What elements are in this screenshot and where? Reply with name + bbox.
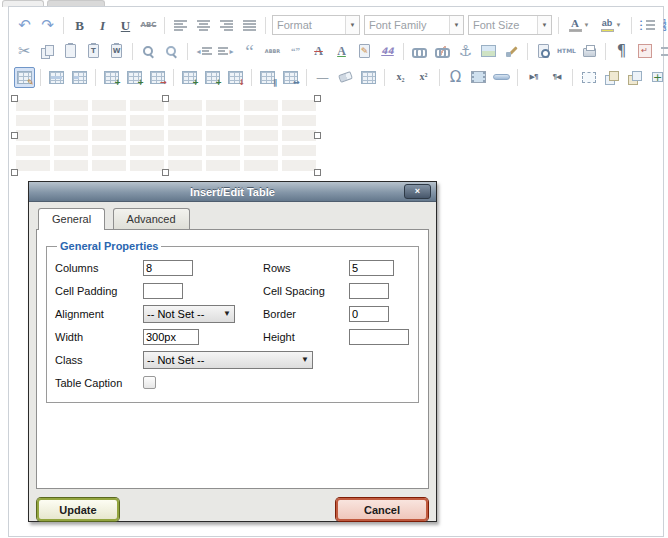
citation-button[interactable]: “”: [285, 41, 306, 62]
selection-handle[interactable]: [314, 95, 321, 102]
font-family-select[interactable]: Font Family▼: [364, 15, 464, 35]
table-cell[interactable]: [282, 145, 316, 156]
table-cell[interactable]: [206, 100, 240, 111]
table-cell[interactable]: [282, 115, 316, 126]
close-button[interactable]: ×: [404, 184, 431, 199]
table-cell[interactable]: [168, 145, 202, 156]
redo-button[interactable]: ↷: [37, 15, 58, 36]
update-button[interactable]: Update: [37, 498, 119, 521]
class-select[interactable]: -- Not Set -- ▼: [143, 351, 313, 369]
table-cell[interactable]: [244, 160, 278, 171]
preview-button[interactable]: [533, 41, 554, 62]
remove-formatting-button[interactable]: [335, 67, 356, 88]
superscript-button[interactable]: x²: [413, 67, 434, 88]
edit-html-button[interactable]: HTML: [556, 41, 577, 62]
table-cell[interactable]: [206, 130, 240, 141]
align-justify-button[interactable]: [239, 15, 260, 36]
copy-button[interactable]: [37, 41, 58, 62]
table-cell[interactable]: [54, 130, 88, 141]
page-break-button[interactable]: [657, 41, 668, 62]
format-select[interactable]: Format▼: [272, 15, 360, 35]
dialog-titlebar[interactable]: Insert/Edit Table ×: [29, 182, 436, 202]
insert-row-before-button[interactable]: +: [101, 67, 122, 88]
cell-padding-input[interactable]: [143, 283, 183, 299]
table-cell[interactable]: [92, 115, 126, 126]
tab-advanced[interactable]: Advanced: [113, 208, 190, 229]
move-backward-button[interactable]: [624, 67, 645, 88]
outdent-button[interactable]: ◂: [193, 41, 214, 62]
absolute-position-button[interactable]: [578, 67, 599, 88]
insert-table-button[interactable]: ✎: [14, 67, 35, 88]
align-right-button[interactable]: [216, 15, 237, 36]
insert-media-button[interactable]: [468, 67, 489, 88]
right-to-left-button[interactable]: ¶◀: [546, 67, 567, 88]
rows-input[interactable]: [349, 260, 394, 276]
highlight-color-button[interactable]: ab▼: [596, 15, 626, 36]
table-cell[interactable]: [168, 130, 202, 141]
subscript-button[interactable]: x₂: [390, 67, 411, 88]
table-cell[interactable]: [16, 100, 50, 111]
table-cell[interactable]: [92, 100, 126, 111]
anchor-button[interactable]: ⚓: [455, 41, 476, 62]
move-forward-button[interactable]: [601, 67, 622, 88]
tab-general[interactable]: General: [38, 208, 105, 230]
selection-handle[interactable]: [314, 132, 321, 139]
cleanup-button[interactable]: [501, 41, 522, 62]
table-cell[interactable]: [206, 115, 240, 126]
merge-cells-button[interactable]: ↔: [280, 67, 301, 88]
table-cell[interactable]: [16, 130, 50, 141]
selection-handle[interactable]: [162, 169, 169, 176]
visual-aid-button[interactable]: [358, 67, 379, 88]
italic-button[interactable]: I: [92, 15, 113, 36]
abbreviation-button[interactable]: ABBR: [262, 41, 283, 62]
selection-handle[interactable]: [314, 169, 321, 176]
table-cell[interactable]: [130, 160, 164, 171]
paste-from-word-button[interactable]: W: [106, 41, 127, 62]
table-cell[interactable]: [130, 100, 164, 111]
find-button[interactable]: [138, 41, 159, 62]
horizontal-rule-button[interactable]: —: [312, 67, 333, 88]
editor-table[interactable]: [16, 100, 316, 171]
insert-link-button[interactable]: [409, 41, 430, 62]
table-cell[interactable]: [130, 145, 164, 156]
table-cell[interactable]: [168, 100, 202, 111]
bold-button[interactable]: B: [69, 15, 90, 36]
cut-button[interactable]: ✂: [14, 41, 35, 62]
non-breaking-space-button[interactable]: ↵: [634, 41, 655, 62]
table-cell[interactable]: [130, 130, 164, 141]
columns-input[interactable]: [143, 260, 193, 276]
table-caption-checkbox[interactable]: [143, 376, 156, 389]
visual-characters-button[interactable]: ¶: [611, 41, 632, 62]
cell-spacing-input[interactable]: [349, 283, 389, 299]
undo-button[interactable]: ↶: [14, 15, 35, 36]
selection-handle[interactable]: [11, 169, 18, 176]
selection-handle[interactable]: [11, 95, 18, 102]
advanced-hr-button[interactable]: [491, 67, 512, 88]
indent-button[interactable]: ▸: [216, 41, 237, 62]
insert-row-after-button[interactable]: +: [124, 67, 145, 88]
table-cell[interactable]: [206, 145, 240, 156]
table-cell[interactable]: [16, 160, 50, 171]
table-cell[interactable]: [92, 145, 126, 156]
table-cell[interactable]: [244, 130, 278, 141]
delete-column-button[interactable]: ↓: [225, 67, 246, 88]
table-cell-properties-button[interactable]: [69, 67, 90, 88]
bullet-list-button[interactable]: •••: [637, 15, 658, 36]
attributes-button[interactable]: ✎: [354, 41, 375, 62]
table-cell[interactable]: [54, 115, 88, 126]
acronym-button[interactable]: 44: [377, 41, 398, 62]
table-cell[interactable]: [282, 160, 316, 171]
border-input[interactable]: [349, 306, 389, 322]
special-character-button[interactable]: Ω: [445, 67, 466, 88]
insert-column-after-button[interactable]: +: [202, 67, 223, 88]
height-input[interactable]: [349, 329, 409, 345]
table-cell[interactable]: [16, 115, 50, 126]
table-cell[interactable]: [54, 160, 88, 171]
delete-row-button[interactable]: →: [147, 67, 168, 88]
find-replace-button[interactable]: [161, 41, 182, 62]
paste-as-text-button[interactable]: T: [83, 41, 104, 62]
strikethrough-button[interactable]: ABC: [138, 15, 159, 36]
table-cell[interactable]: [130, 115, 164, 126]
table-row-properties-button[interactable]: [46, 67, 67, 88]
table-cell[interactable]: [282, 130, 316, 141]
